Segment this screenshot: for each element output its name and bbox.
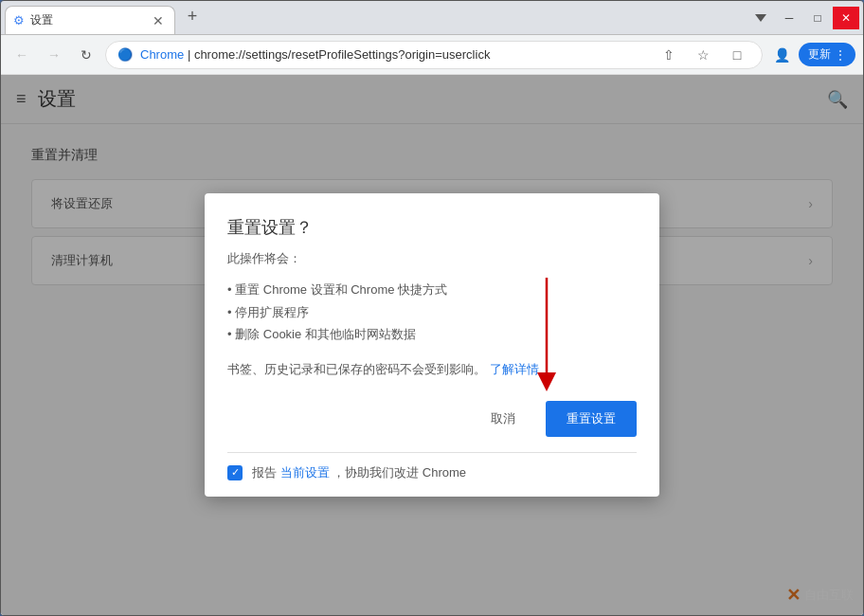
dialog-checkbox-row: ✓ 报告 当前设置 ，协助我们改进 Chrome [227,452,637,481]
url-separator: | [188,47,194,62]
toolbar-icons: 👤 更新 ⋮ [768,42,855,68]
address-bar: ← → ↻ 🔵 Chrome | chrome://settings/reset… [1,35,863,75]
dialog-footer: 取消 重置设置 [227,401,637,437]
window-controls: ─ □ ✕ [744,1,863,34]
dialog-list-item-1: • 重置 Chrome 设置和 Chrome 快捷方式 [227,279,637,300]
update-label: 更新 [808,46,831,63]
url-bar[interactable]: 🔵 Chrome | chrome://settings/resetProfil… [105,41,763,69]
share-icon[interactable]: ⇧ [656,42,682,68]
url-protocol: Chrome [140,47,184,62]
tab-title: 设置 [30,12,144,28]
back-button[interactable]: ← [9,42,35,68]
update-menu-icon: ⋮ [835,48,846,62]
close-button[interactable]: ✕ [833,7,859,29]
cast-icon[interactable]: □ [724,42,750,68]
current-settings-link[interactable]: 当前设置 [280,465,330,480]
bookmark-icon[interactable]: ☆ [690,42,716,68]
dialog-list: • 重置 Chrome 设置和 Chrome 快捷方式 • 停用扩展程序 • 删… [227,279,637,345]
dialog-list-item-2: • 停用扩展程序 [227,301,637,323]
checkbox-check-icon: ✓ [231,466,240,479]
tab-favicon: ⚙ [13,13,25,27]
report-checkbox[interactable]: ✓ [227,465,243,480]
checkbox-label-after: ，协助我们改进 Chrome [333,465,466,480]
dialog-note-text: 书签、历史记录和已保存的密码不会受到影响。 [227,362,486,376]
reset-dialog: 重置设置？ 此操作将会： • 重置 Chrome 设置和 Chrome 快捷方式… [205,193,659,496]
content-area: ≡ 设置 🔍 重置并清理 将设置还原 › 清理计算机 › 重置设置？ 此操作将 [1,75,863,615]
minimize-button[interactable]: ─ [776,7,802,29]
profile-icon[interactable]: 👤 [768,42,795,68]
new-tab-button[interactable]: + [179,4,206,30]
dialog-note: 书签、历史记录和已保存的密码不会受到影响。 了解详情 [227,361,637,378]
red-arrow-annotation [518,278,575,391]
dialog-list-item-3: • 删除 Cookie 和其他临时网站数据 [227,323,637,345]
checkbox-label: 报告 当前设置 ，协助我们改进 Chrome [252,464,466,481]
modal-overlay: 重置设置？ 此操作将会： • 重置 Chrome 设置和 Chrome 快捷方式… [1,75,863,615]
forward-button[interactable]: → [41,42,67,68]
update-button[interactable]: 更新 ⋮ [799,43,855,66]
dialog-subtitle: 此操作将会： [227,250,637,267]
url-text: Chrome | chrome://settings/resetProfileS… [140,47,648,62]
cancel-button[interactable]: 取消 [472,403,534,435]
svg-marker-0 [755,14,766,22]
tab-area: ⚙ 设置 ✕ + [1,1,744,34]
title-bar: ⚙ 设置 ✕ + ─ □ ✕ [1,1,863,35]
reset-settings-button[interactable]: 重置设置 [546,401,637,437]
site-info-icon: 🔵 [117,47,133,62]
url-path: chrome://settings/resetProfileSettings?o… [194,47,491,62]
checkbox-label-before: 报告 [252,465,277,480]
tab-strip-menu-button[interactable] [747,7,774,29]
browser-window: ⚙ 设置 ✕ + ─ □ ✕ ← → ↻ 🔵 Chrome | chrome:/… [0,0,864,616]
tab-close-button[interactable]: ✕ [150,12,167,29]
reload-button[interactable]: ↻ [73,42,99,68]
active-tab[interactable]: ⚙ 设置 ✕ [5,6,175,34]
dialog-title: 重置设置？ [227,216,637,239]
maximize-button[interactable]: □ [804,7,831,29]
